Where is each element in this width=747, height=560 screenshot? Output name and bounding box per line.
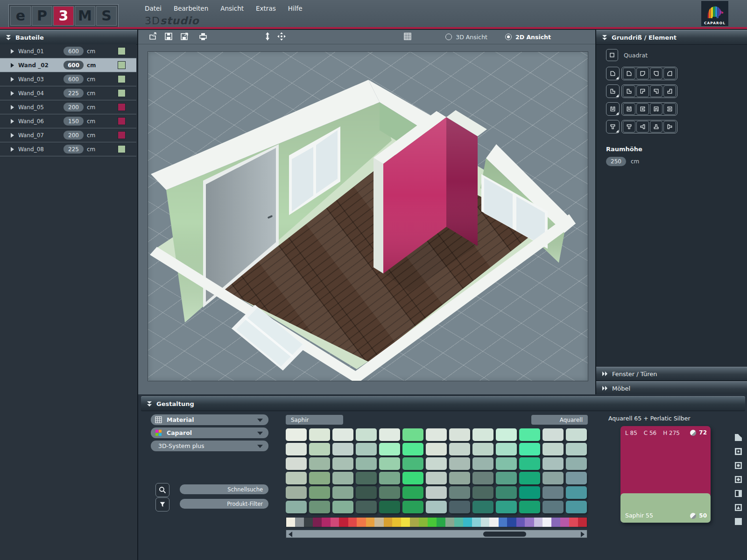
open-icon[interactable]: [148, 32, 158, 41]
menu-item-extras[interactable]: Extras: [256, 5, 276, 12]
palette-swatch[interactable]: [519, 443, 540, 455]
palette-swatch[interactable]: [356, 457, 377, 470]
shape-primary-button[interactable]: [606, 67, 620, 80]
palette-swatch[interactable]: [309, 501, 330, 513]
print-icon[interactable]: [198, 32, 208, 41]
palette-swatch[interactable]: [356, 501, 377, 513]
palette-swatch[interactable]: [402, 501, 423, 513]
shape-primary-button[interactable]: [606, 102, 620, 116]
palette-swatch[interactable]: [309, 443, 330, 455]
palette-swatch[interactable]: [426, 428, 447, 441]
shape-variant-button[interactable]: [636, 85, 649, 97]
expand-arrow-icon[interactable]: [11, 49, 14, 54]
save-icon[interactable]: [164, 32, 173, 41]
palette-swatch[interactable]: [566, 501, 587, 513]
shape-variant-button[interactable]: [650, 85, 662, 97]
diamond-inset-icon[interactable]: [734, 476, 742, 483]
palette-swatch[interactable]: [426, 457, 447, 470]
palette-swatch[interactable]: [286, 457, 307, 470]
palette-swatch[interactable]: [379, 428, 400, 441]
palette-swatch[interactable]: [286, 486, 307, 499]
3d-viewport[interactable]: [148, 51, 588, 381]
wall-color-swatch[interactable]: [118, 89, 126, 97]
product-filter-button[interactable]: [155, 497, 169, 511]
palette-swatch[interactable]: [332, 486, 353, 499]
palette-swatch[interactable]: [472, 501, 493, 513]
expand-arrow-icon[interactable]: [11, 77, 14, 82]
scrollbar-thumb[interactable]: [483, 532, 526, 537]
collection-right-tab[interactable]: Aquarell: [531, 415, 588, 425]
palette-swatch[interactable]: [472, 443, 493, 455]
palette-swatch[interactable]: [496, 472, 517, 484]
selection-secondary-color[interactable]: Saphir 55 50: [620, 493, 711, 523]
palette-swatch[interactable]: [379, 501, 400, 513]
palette-swatch[interactable]: [449, 472, 470, 484]
palette-swatch[interactable]: [519, 457, 540, 470]
wall-length-value[interactable]: 200: [63, 103, 84, 112]
palette-swatch[interactable]: [566, 486, 587, 499]
save-as-icon[interactable]: [180, 32, 189, 41]
palette-swatch[interactable]: [449, 486, 470, 499]
menu-item-bearbeiten[interactable]: Bearbeiten: [174, 5, 208, 12]
palette-swatch[interactable]: [449, 428, 470, 441]
palette-swatch[interactable]: [356, 443, 377, 455]
dropdown-material[interactable]: Material: [151, 414, 268, 425]
shape-primary-button[interactable]: [606, 120, 620, 133]
palette-swatch[interactable]: [519, 428, 540, 441]
gestaltung-panel-header[interactable]: Gestaltung: [141, 396, 745, 411]
view-option-3d[interactable]: 3D Ansicht: [445, 34, 487, 41]
menu-item-datei[interactable]: Datei: [145, 5, 162, 12]
palette-swatch[interactable]: [496, 457, 517, 470]
expand-arrow-icon[interactable]: [11, 63, 14, 68]
palette-swatch[interactable]: [543, 472, 564, 484]
palette-swatch[interactable]: [449, 457, 470, 470]
palette-swatch[interactable]: [309, 472, 330, 484]
palette-swatch[interactable]: [472, 428, 493, 441]
wall-length-value[interactable]: 225: [63, 89, 84, 98]
palette-swatch[interactable]: [472, 472, 493, 484]
palette-swatch[interactable]: [543, 428, 564, 441]
palette-swatch[interactable]: [332, 443, 353, 455]
height-arrow-icon[interactable]: [263, 32, 272, 41]
expand-arrow-icon[interactable]: [11, 119, 14, 124]
menu-item-hilfe[interactable]: Hilfe: [288, 5, 303, 12]
surface-icon[interactable]: [734, 434, 742, 441]
palette-swatch[interactable]: [449, 443, 470, 455]
palette-swatch[interactable]: [543, 486, 564, 499]
collection-left-tab[interactable]: Saphir: [286, 415, 343, 425]
shape-variant-button[interactable]: [623, 103, 635, 115]
pan-icon[interactable]: [277, 32, 286, 41]
section-fenster-tueren[interactable]: Fenster / Türen: [596, 367, 747, 381]
palette-swatch[interactable]: [519, 501, 540, 513]
expand-arrow-icon[interactable]: [11, 91, 14, 96]
palette-swatch[interactable]: [402, 486, 423, 499]
wall-length-value[interactable]: 600: [63, 75, 84, 84]
wall-row[interactable]: Wand_06150cm: [0, 114, 136, 128]
wall-length-value[interactable]: 225: [63, 145, 84, 154]
palette-swatch[interactable]: [286, 472, 307, 484]
palette-swatch[interactable]: [566, 443, 587, 455]
plain-square-icon[interactable]: [734, 518, 742, 525]
shape-variant-button[interactable]: [650, 103, 662, 115]
palette-swatch[interactable]: [286, 501, 307, 513]
palette-swatch[interactable]: [332, 457, 353, 470]
palette-swatch[interactable]: [402, 428, 423, 441]
frame-icon[interactable]: [734, 448, 742, 455]
scroll-left-arrow-icon[interactable]: [289, 532, 292, 537]
grundriss-panel-header[interactable]: Grundriß / Element: [596, 30, 747, 45]
shape-variant-button[interactable]: [650, 121, 662, 133]
palette-swatch[interactable]: [402, 472, 423, 484]
palette-swatch[interactable]: [426, 443, 447, 455]
palette-swatch[interactable]: [496, 443, 517, 455]
wall-color-swatch[interactable]: [118, 103, 126, 111]
expand-arrow-icon[interactable]: [11, 147, 14, 152]
wall-length-value[interactable]: 200: [63, 131, 84, 140]
triangle-inset-icon[interactable]: [734, 504, 742, 511]
palette-swatch[interactable]: [379, 472, 400, 484]
dropdown-3d-system-plus[interactable]: 3D-System plus: [151, 441, 268, 451]
palette-swatch[interactable]: [379, 443, 400, 455]
palette-swatch[interactable]: [286, 443, 307, 455]
palette-swatch[interactable]: [519, 486, 540, 499]
wall-color-swatch[interactable]: [118, 47, 126, 55]
quadrat-button[interactable]: [606, 49, 618, 61]
